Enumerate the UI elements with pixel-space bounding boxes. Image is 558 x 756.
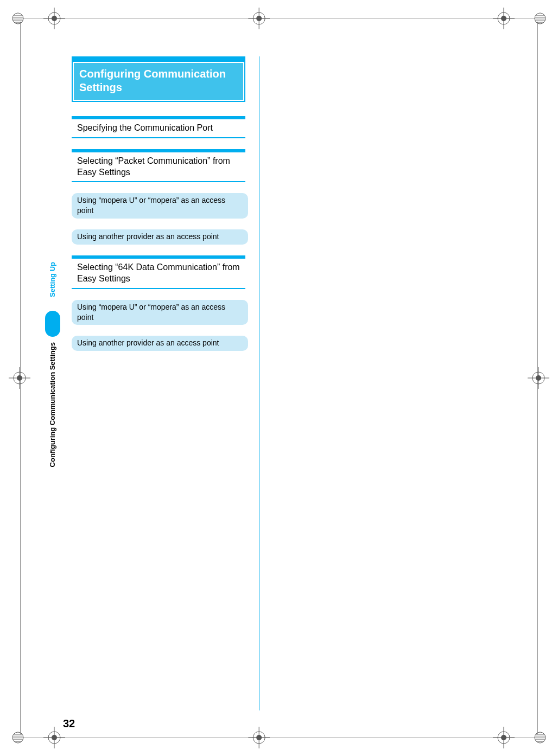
registration-mark-icon <box>248 8 270 29</box>
registration-mark-icon <box>248 727 270 748</box>
content-column: Configuring Communication Settings Speci… <box>72 56 245 362</box>
registration-dot-icon <box>534 12 546 24</box>
registration-dot-icon <box>12 12 24 24</box>
chapter-label: Setting Up <box>48 262 56 297</box>
registration-mark-icon <box>43 727 65 748</box>
page-number: 32 <box>63 717 75 730</box>
thumb-tab-icon <box>45 311 60 337</box>
crop-line <box>23 18 535 18</box>
registration-mark-icon <box>43 8 65 29</box>
manual-page: Setting Up Configuring Communication Set… <box>0 0 558 756</box>
column-divider <box>259 56 259 710</box>
side-labels: Setting Up Configuring Communication Set… <box>46 262 60 490</box>
subsection-item: Using “mopera U” or “mopera” as an acces… <box>72 300 248 325</box>
crop-line <box>23 738 535 738</box>
section-heading: Specifying the Communication Port <box>72 116 245 138</box>
subsection-item: Using another provider as an access poin… <box>72 336 248 351</box>
registration-mark-icon <box>9 367 30 389</box>
subsection-item: Using another provider as an access poin… <box>72 229 248 245</box>
registration-mark-icon <box>528 367 549 389</box>
subsection-item: Using “mopera U” or “mopera” as an acces… <box>72 193 248 219</box>
registration-dot-icon <box>12 732 24 744</box>
section-heading: Selecting “Packet Communication” from Ea… <box>72 149 245 183</box>
section-label: Configuring Communication Settings <box>48 342 56 467</box>
registration-mark-icon <box>493 727 515 748</box>
section-heading: Selecting “64K Data Communication” from … <box>72 255 245 289</box>
main-heading: Configuring Communication Settings <box>72 56 245 102</box>
registration-mark-icon <box>493 8 515 29</box>
registration-dot-icon <box>534 732 546 744</box>
